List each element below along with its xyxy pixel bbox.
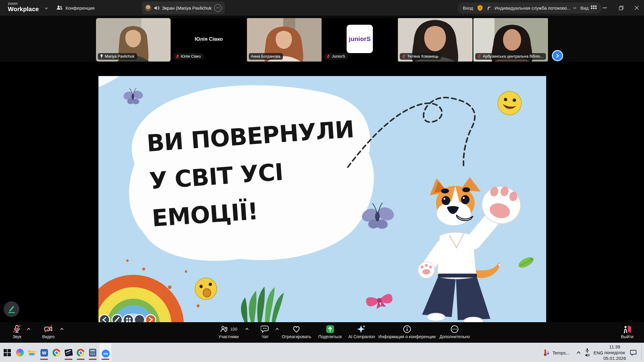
slide-more-button[interactable] (134, 315, 145, 322)
audio-label: Звук (13, 334, 21, 339)
video-tile-tetiana[interactable]: Тетяна Хованець (398, 18, 473, 62)
rainbow (98, 259, 200, 322)
tab-screen-share[interactable]: Экран (Mariya Pavlichuk) (142, 2, 225, 14)
close-button[interactable] (633, 4, 641, 11)
close-icon (635, 6, 639, 10)
butterfly-icon (122, 88, 144, 105)
tab-conference-label: Конференция (66, 5, 95, 11)
running-indicator (101, 359, 109, 360)
view-label: Вид (580, 5, 588, 11)
participant-name: Mariya Pavlichuk (105, 54, 134, 59)
speaker-icon (154, 5, 159, 11)
video-label: Видео (42, 334, 55, 339)
ai-sparkle-icon (357, 325, 366, 334)
plant (241, 287, 284, 322)
taskbar-chrome[interactable] (52, 343, 61, 362)
security-shield-icon[interactable] (477, 5, 483, 11)
dog-character (418, 177, 524, 322)
layout-grid-icon (591, 5, 597, 11)
clock-weekday: понеділок (603, 350, 627, 355)
tray-notifications-button[interactable] (629, 343, 638, 362)
slide-pages-button[interactable] (123, 315, 133, 322)
more-label: Дополнительно (440, 334, 470, 339)
name-badge: Юлія Сівко (173, 53, 203, 60)
ai-companion-button[interactable]: AI Companion (348, 324, 375, 339)
screen-share-options-button[interactable] (214, 4, 222, 12)
windows-taskbar: W zm Temps... (0, 343, 644, 362)
running-indicator (40, 359, 48, 360)
video-tile-anna[interactable]: Анна Богданова (247, 18, 322, 62)
more-button[interactable]: Дополнительно (440, 324, 470, 339)
streaming-chevron-down-icon (573, 6, 576, 10)
zoom-letter: zm (103, 352, 108, 355)
logo-workplace-text: Workplace (8, 6, 39, 12)
chevron-up-icon (576, 351, 581, 354)
participants-count: 100 (230, 327, 237, 332)
streaming-service-selector[interactable]: Индивидуальная служба потоково... (487, 5, 576, 11)
taskbar-copilot[interactable] (15, 343, 24, 362)
annotate-button[interactable] (4, 301, 19, 317)
people-icon (56, 5, 63, 11)
tab-conference[interactable]: Конференция (56, 0, 95, 16)
react-button[interactable]: Отреагировать (282, 324, 311, 339)
video-button[interactable]: Видео (42, 324, 55, 339)
tray-hidden-icons-button[interactable] (575, 343, 582, 362)
tray-mic-icon (585, 348, 589, 353)
leave-button[interactable]: Выйти (621, 324, 633, 339)
participants-options-chevron-icon[interactable] (245, 328, 249, 330)
mic-muted-icon (402, 54, 406, 59)
chat-icon (261, 325, 270, 333)
taskbar-explorer[interactable] (27, 343, 36, 362)
video-tile-library[interactable]: Арбузинська центральна бібліо... (473, 18, 548, 62)
show-desktop-divider (641, 345, 642, 360)
title-bar: zoom Workplace Конференция Экран (Mariya… (0, 0, 644, 16)
word-letter: W (42, 350, 46, 355)
presentation-slide: ВИ ПОВЕРНУЛИ У СВІТ УСІ ЕМОЦІЇ! (98, 76, 546, 322)
zoom-app-icon: zm (102, 350, 110, 357)
tray-weather-label[interactable]: Temps... (550, 343, 572, 362)
tray-audio-devices[interactable] (583, 343, 591, 362)
dog-head (430, 177, 481, 225)
slide-draw-button[interactable] (112, 315, 122, 322)
start-button[interactable] (2, 343, 13, 362)
participant-name: JuniorS (332, 54, 345, 59)
next-participants-button[interactable] (552, 50, 563, 61)
running-indicator (65, 359, 72, 360)
login-button[interactable]: Вход (463, 5, 473, 11)
video-tile-yulia[interactable]: Юлія Сівко Юлія Сівко (171, 18, 246, 62)
restore-button[interactable] (617, 4, 625, 11)
pencil-icon (7, 305, 16, 314)
participants-button[interactable]: 100 Участники (219, 324, 239, 339)
language-code: ENG (594, 350, 604, 355)
minimize-button[interactable] (601, 4, 609, 11)
presenter-avatar (145, 5, 151, 11)
running-indicator (89, 359, 97, 360)
zoom-workplace-logo: zoom Workplace (8, 2, 39, 12)
running-indicator (77, 359, 85, 360)
chat-options-chevron-icon[interactable] (275, 328, 279, 330)
share-label: Поделиться (318, 334, 341, 339)
video-tile-juniors[interactable]: juniorS JuniorS (322, 18, 397, 62)
share-screen-icon (325, 325, 335, 334)
chat-button[interactable]: Чат (261, 324, 270, 339)
audio-options-chevron-icon[interactable] (27, 328, 31, 330)
participant-name: Тетяна Хованець (407, 54, 438, 59)
ai-companion-label: AI Companion (348, 334, 375, 339)
meeting-info-button[interactable]: Информация о конференции (378, 324, 435, 339)
tray-weather-widget[interactable] (542, 343, 550, 362)
video-tile-mariya[interactable]: Mariya Pavlichuk (96, 18, 171, 62)
share-button[interactable]: Поделиться (318, 324, 341, 339)
slide-nav-controls (99, 315, 156, 322)
leave-label: Выйти (621, 334, 633, 339)
participants-icon (220, 325, 228, 333)
workspace-dropdown-chevron-icon[interactable] (45, 7, 48, 10)
view-button[interactable]: Вид (580, 5, 597, 11)
shared-screen-area: ВИ ПОВЕРНУЛИ У СВІТ УСІ ЕМОЦІЇ! (0, 62, 644, 343)
titlebar-right-controls: Вход Индивидуальная служба потоково... В… (458, 2, 602, 14)
tray-clock[interactable]: 11:39 понеділок 05.01.2026 (603, 344, 627, 361)
chrome-icon (53, 349, 60, 357)
thermometer-icon (543, 349, 549, 356)
audio-button[interactable]: Звук (13, 324, 21, 339)
video-options-chevron-icon[interactable] (60, 328, 64, 330)
meeting-toolbar: Звук Видео 100 Участники (0, 322, 644, 343)
